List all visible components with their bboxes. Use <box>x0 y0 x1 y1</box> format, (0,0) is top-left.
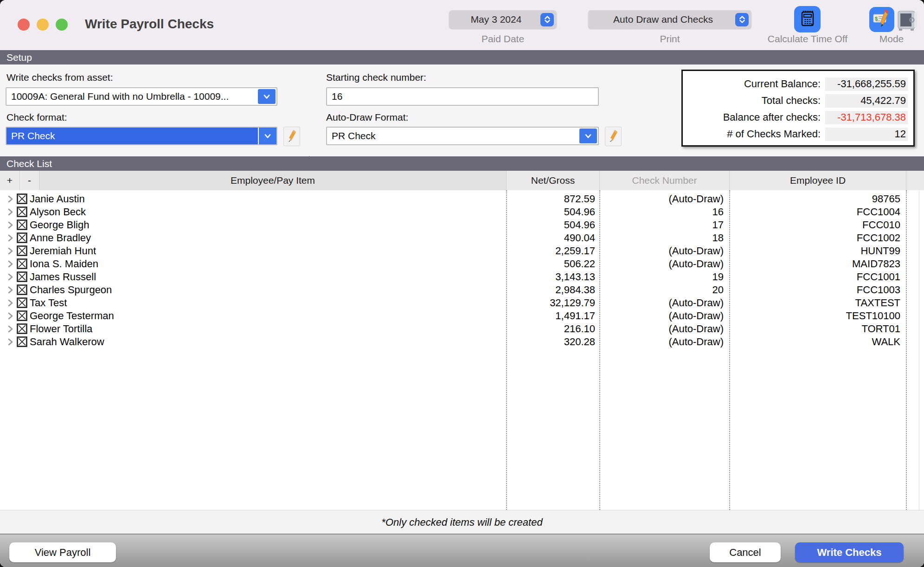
cancel-button[interactable]: Cancel <box>710 542 781 562</box>
paid-date-popup[interactable]: May 3 2024 <box>449 10 557 29</box>
edit-auto-draw-format-button[interactable] <box>605 127 622 146</box>
employee-name[interactable]: Charles Spurgeon <box>30 284 112 296</box>
summary-label: Current Balance: <box>744 78 821 90</box>
stepper-icon <box>735 13 749 26</box>
employee-name[interactable]: Iona S. Maiden <box>30 258 98 270</box>
check-format-dropdown[interactable]: PR Check <box>6 127 277 145</box>
summary-label: Balance after checks: <box>723 111 821 123</box>
disclosure-chevron-icon[interactable] <box>7 338 13 348</box>
disclosure-chevron-icon[interactable] <box>7 260 13 270</box>
employee-name[interactable]: Sarah Walkerow <box>30 336 104 348</box>
net-gross-value: 872.59 <box>506 193 595 205</box>
paid-date-value: May 3 2024 <box>456 14 540 25</box>
view-payroll-button[interactable]: View Payroll <box>9 542 116 562</box>
employee-name[interactable]: George Bligh <box>30 219 89 231</box>
employee-id-value: 98765 <box>729 193 900 205</box>
safe-icon[interactable] <box>897 9 918 33</box>
employee-name[interactable]: Alyson Beck <box>30 206 86 218</box>
employee-name[interactable]: Janie Austin <box>30 193 85 205</box>
row-checkbox-checked[interactable] <box>17 232 27 245</box>
write-payroll-checks-window: Write Payroll Checks May 3 2024 Paid Dat… <box>0 0 924 567</box>
column-header-check-number[interactable]: Check Number <box>599 171 729 190</box>
zoom-window-button[interactable] <box>56 19 68 31</box>
row-checkbox-checked[interactable] <box>17 258 27 271</box>
employee-id-value: FCC1004 <box>729 206 900 218</box>
employee-id-value: FCC1002 <box>729 232 900 244</box>
row-checkbox-checked[interactable] <box>17 245 27 258</box>
employee-id-value: MAID7823 <box>729 258 900 270</box>
employee-name[interactable]: Jeremiah Hunt <box>30 245 96 257</box>
net-gross-value: 504.96 <box>506 206 595 218</box>
check-number-value: (Auto-Draw) <box>599 336 724 348</box>
row-checkbox-checked[interactable] <box>17 336 27 349</box>
row-checkbox-checked[interactable] <box>17 323 27 336</box>
close-window-button[interactable] <box>18 19 30 31</box>
row-checkbox-checked[interactable] <box>17 271 27 284</box>
row-checkbox-checked[interactable] <box>17 284 27 297</box>
table-row: Sarah Walkerow320.28(Auto-Draw)WALK <box>0 335 924 348</box>
footnote: *Only checked items will be created <box>0 510 924 534</box>
row-checkbox-checked[interactable] <box>17 219 27 232</box>
check-list-section-header: Check List <box>0 156 924 171</box>
row-checkbox-checked[interactable] <box>17 297 27 310</box>
disclosure-chevron-icon[interactable] <box>7 208 13 218</box>
remove-row-button[interactable]: - <box>19 171 39 190</box>
calculate-time-off-button[interactable] <box>794 6 821 32</box>
mode-check-pencil-button[interactable]: $ <box>869 7 894 32</box>
column-header-net-gross[interactable]: Net/Gross <box>506 171 599 190</box>
table-row: Charles Spurgeon2,984.3820FCC1003 <box>0 283 924 296</box>
asset-dropdown[interactable]: 10009A: General Fund with no Umbrella - … <box>6 87 277 106</box>
employee-name[interactable]: Anne Bradley <box>30 232 91 244</box>
table-row: Flower Tortilla216.10(Auto-Draw)TORT01 <box>0 322 924 335</box>
row-checkbox-checked[interactable] <box>17 206 27 219</box>
employee-id-value: FCC1003 <box>729 284 900 296</box>
row-checkbox-checked[interactable] <box>17 310 27 323</box>
write-checks-button[interactable]: Write Checks <box>795 542 904 562</box>
starting-check-input[interactable] <box>326 87 599 106</box>
disclosure-chevron-icon[interactable] <box>7 299 13 309</box>
disclosure-chevron-icon[interactable] <box>7 273 13 283</box>
summary-label: Total checks: <box>762 95 821 107</box>
print-popup[interactable]: Auto Draw and Checks <box>588 10 751 29</box>
disclosure-chevron-icon[interactable] <box>7 234 13 244</box>
table-row: Anne Bradley490.0418FCC1002 <box>0 231 924 244</box>
summary-value: -31,668,255.59 <box>825 77 908 91</box>
setup-section-title: Setup <box>6 52 32 63</box>
auto-draw-format-dropdown[interactable]: PR Check <box>326 127 599 145</box>
summary-row: Total checks: 45,422.79 <box>683 92 908 109</box>
check-format-label: Check format: <box>6 112 67 123</box>
check-number-value: (Auto-Draw) <box>599 193 724 205</box>
column-header-employee-id[interactable]: Employee ID <box>729 171 906 190</box>
employee-name[interactable]: James Russell <box>30 271 96 283</box>
disclosure-chevron-icon[interactable] <box>7 195 13 205</box>
edit-check-format-button[interactable] <box>283 127 300 146</box>
table-row: Janie Austin872.59(Auto-Draw)98765 <box>0 192 924 205</box>
employee-id-value: HUNT99 <box>729 245 900 257</box>
net-gross-value: 2,984.38 <box>506 284 595 296</box>
check-and-pencil-icon: $ <box>872 9 892 30</box>
asset-value: 10009A: General Fund with no Umbrella - … <box>11 91 229 102</box>
pencil-icon <box>608 129 619 144</box>
employee-name[interactable]: Flower Tortilla <box>30 323 92 335</box>
minimize-window-button[interactable] <box>37 19 49 31</box>
disclosure-chevron-icon[interactable] <box>7 325 13 335</box>
employee-name[interactable]: Tax Test <box>30 297 67 309</box>
disclosure-chevron-icon[interactable] <box>7 221 13 231</box>
disclosure-chevron-icon[interactable] <box>7 312 13 322</box>
employee-name[interactable]: George Testerman <box>30 310 114 322</box>
calculate-time-off-label: Calculate Time Off <box>757 33 858 45</box>
employee-id-value: TORT01 <box>729 323 900 335</box>
column-header-employee-pay-item[interactable]: Employee/Pay Item <box>39 171 506 190</box>
chevron-down-icon[interactable] <box>258 89 276 104</box>
net-gross-value: 2,259.17 <box>506 245 595 257</box>
check-number-value: (Auto-Draw) <box>599 323 724 335</box>
chevron-down-icon[interactable] <box>258 128 276 144</box>
row-checkbox-checked[interactable] <box>17 193 27 206</box>
starting-check-label: Starting check number: <box>326 72 426 83</box>
disclosure-chevron-icon[interactable] <box>7 247 13 257</box>
disclosure-chevron-icon[interactable] <box>7 286 13 296</box>
chevron-down-icon[interactable] <box>579 129 597 143</box>
employee-id-value: TEST10100 <box>729 310 900 322</box>
add-row-button[interactable]: + <box>0 171 19 190</box>
net-gross-value: 504.96 <box>506 219 595 231</box>
